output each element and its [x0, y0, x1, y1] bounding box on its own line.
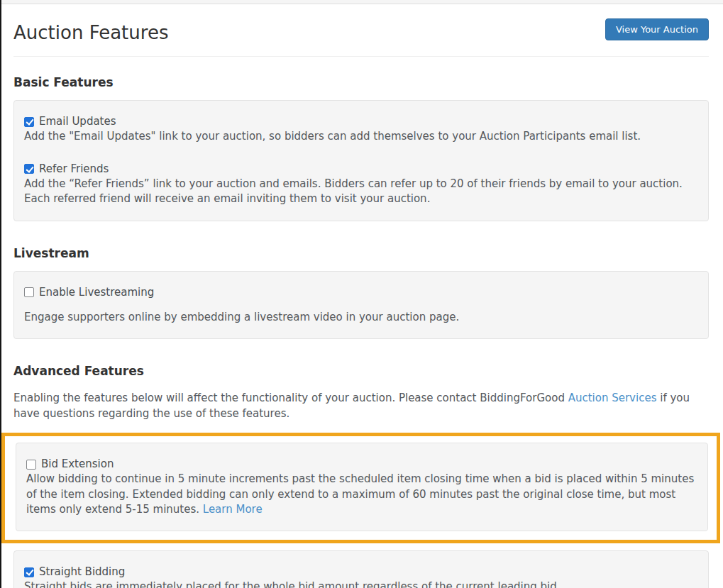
straight-bidding-label[interactable]: Straight Bidding	[24, 565, 698, 579]
page-header: Auction Features View Your Auction	[13, 18, 709, 46]
bid-extension-label-text: Bid Extension	[41, 457, 114, 472]
bid-extension-label[interactable]: Bid Extension	[26, 457, 697, 472]
email-updates-label-text: Email Updates	[39, 114, 116, 129]
enable-livestreaming-checkbox[interactable]	[24, 287, 34, 297]
livestream-panel: Enable Livestreaming Engage supporters o…	[13, 271, 709, 340]
bid-extension-highlight-box: Bid Extension Allow bidding to continue …	[1, 433, 720, 543]
email-updates-description: Add the "Email Updates" link to your auc…	[24, 129, 698, 144]
section-heading-livestream: Livestream	[13, 245, 709, 262]
bid-extension-description-text: Allow bidding to continue in 5 minute in…	[26, 472, 694, 516]
auction-services-link[interactable]: Auction Services	[568, 392, 657, 404]
refer-friends-label-text: Refer Friends	[39, 162, 109, 177]
feature-refer-friends: Refer Friends Add the “Refer Friends” li…	[24, 162, 698, 207]
advanced-intro-text-before: Enabling the features below will affect …	[13, 392, 568, 404]
refer-friends-description: Add the “Refer Friends” link to your auc…	[24, 177, 698, 207]
enable-livestreaming-label-text: Enable Livestreaming	[39, 285, 154, 300]
straight-bidding-description: Straight bids are immediately placed for…	[24, 579, 698, 588]
straight-bidding-checkbox[interactable]	[24, 567, 34, 577]
advanced-features-intro: Enabling the features below will affect …	[13, 391, 695, 421]
advanced-features-panel: Straight Bidding Straight bids are immed…	[13, 550, 709, 588]
feature-enable-livestreaming: Enable Livestreaming Engage supporters o…	[24, 285, 698, 326]
feature-straight-bidding: Straight Bidding Straight bids are immed…	[24, 565, 698, 588]
section-heading-basic-features: Basic Features	[13, 74, 709, 91]
page-left-edge	[0, 0, 1, 588]
email-updates-label[interactable]: Email Updates	[24, 114, 698, 129]
auction-features-page: Auction Features View Your Auction Basic…	[0, 18, 723, 588]
email-updates-checkbox[interactable]	[24, 117, 34, 127]
top-bar	[0, 0, 723, 4]
bid-extension-description: Allow bidding to continue in 5 minute in…	[26, 472, 697, 517]
page-title: Auction Features	[13, 18, 168, 46]
view-your-auction-button[interactable]: View Your Auction	[605, 18, 709, 40]
title-divider	[13, 56, 709, 57]
feature-bid-extension: Bid Extension Allow bidding to continue …	[26, 457, 697, 517]
feature-email-updates: Email Updates Add the "Email Updates" li…	[24, 114, 698, 145]
bid-extension-checkbox[interactable]	[26, 460, 36, 470]
enable-livestreaming-description: Engage supporters online by embedding a …	[24, 310, 698, 325]
bid-extension-panel: Bid Extension Allow bidding to continue …	[16, 443, 708, 531]
section-heading-advanced-features: Advanced Features	[13, 362, 709, 379]
enable-livestreaming-label[interactable]: Enable Livestreaming	[24, 285, 698, 300]
straight-bidding-label-text: Straight Bidding	[39, 565, 125, 579]
basic-features-panel: Email Updates Add the "Email Updates" li…	[13, 100, 709, 221]
refer-friends-label[interactable]: Refer Friends	[24, 162, 698, 177]
learn-more-link[interactable]: Learn More	[203, 503, 263, 516]
refer-friends-checkbox[interactable]	[24, 164, 34, 174]
